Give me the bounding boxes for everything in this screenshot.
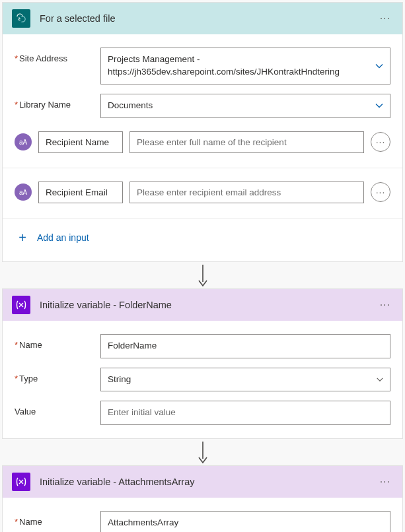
add-input-button[interactable]: + Add an input <box>15 218 390 251</box>
name-label: *Name <box>15 511 100 527</box>
site-address-row: *Site Address Projects Management - http… <box>15 48 390 84</box>
value-input[interactable]: Enter initial value <box>100 401 390 425</box>
add-input-label: Add an input <box>37 232 89 243</box>
plus-icon: + <box>16 230 29 246</box>
name-input[interactable]: AttachmentsArray <box>100 511 390 532</box>
variable-icon <box>12 296 30 314</box>
input-placeholder-field[interactable]: Please enter full name of the recipient <box>129 131 364 153</box>
flow-arrow <box>2 262 403 288</box>
name-row: *Name AttachmentsArray <box>15 511 390 532</box>
card-header[interactable]: Initialize variable - FolderName ··· <box>3 289 402 321</box>
library-name-select[interactable]: Documents <box>100 94 390 118</box>
card-menu-button[interactable]: ··· <box>377 298 393 312</box>
divider <box>3 168 402 168</box>
card-menu-button[interactable]: ··· <box>377 475 393 489</box>
name-input[interactable]: FolderName <box>100 334 390 358</box>
site-address-select[interactable]: Projects Management - https://jh365dev.s… <box>100 48 390 84</box>
card-title: Initialize variable - AttachmentsArray <box>40 477 377 487</box>
site-address-label: *Site Address <box>15 48 100 63</box>
trigger-card: For a selected file ··· *Site Address Pr… <box>2 2 403 262</box>
name-row: *Name FolderName <box>15 334 390 358</box>
type-select[interactable]: String <box>100 368 390 392</box>
input-menu-button[interactable]: ··· <box>371 182 390 202</box>
type-row: *Type String <box>15 368 390 392</box>
value-label: Value <box>15 401 100 416</box>
card-menu-button[interactable]: ··· <box>377 11 393 26</box>
card-title: For a selected file <box>40 13 377 24</box>
action-card-foldername: Initialize variable - FolderName ··· *Na… <box>2 288 403 440</box>
text-type-icon: aA <box>15 183 32 201</box>
value-row: Value Enter initial value <box>15 401 390 425</box>
type-label: *Type <box>15 368 100 383</box>
input-name-field[interactable]: Recipient Email <box>38 182 123 203</box>
library-name-row: *Library Name Documents <box>15 94 390 118</box>
text-type-icon: aA <box>15 133 32 150</box>
card-header[interactable]: For a selected file ··· <box>3 3 402 34</box>
input-menu-button[interactable]: ··· <box>371 132 390 152</box>
user-input-row: aA Recipient Email Please enter recipien… <box>15 182 390 203</box>
flow-arrow <box>2 439 403 465</box>
user-input-row: aA Recipient Name Please enter full name… <box>15 131 390 153</box>
action-card-attachmentsarray: Initialize variable - AttachmentsArray ·… <box>2 465 403 532</box>
input-placeholder-field[interactable]: Please enter recipient email address <box>129 182 364 203</box>
card-header[interactable]: Initialize variable - AttachmentsArray ·… <box>3 466 402 498</box>
card-title: Initialize variable - FolderName <box>40 300 377 310</box>
input-name-field[interactable]: Recipient Name <box>38 131 123 153</box>
library-name-label: *Library Name <box>15 94 100 110</box>
sharepoint-icon <box>12 9 30 28</box>
name-label: *Name <box>15 334 100 350</box>
variable-icon <box>12 473 30 491</box>
